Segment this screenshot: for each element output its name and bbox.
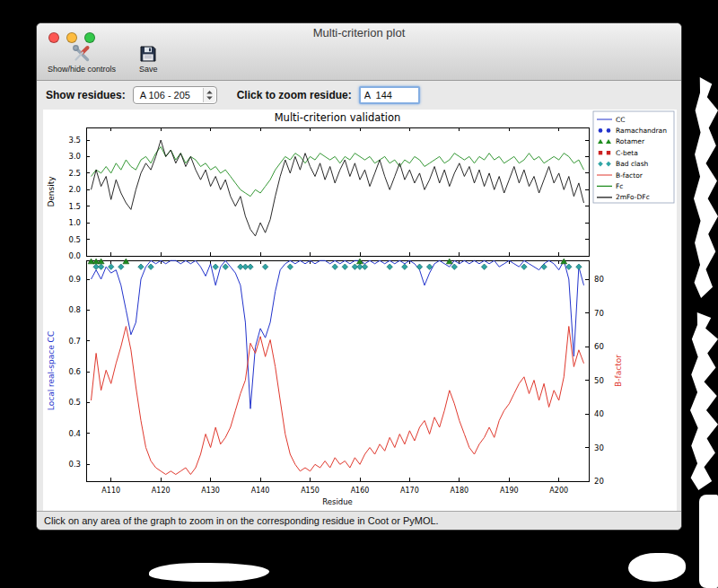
screen-background: Multi-criterion plot bbox=[0, 0, 718, 588]
svg-text:80: 80 bbox=[594, 275, 604, 284]
residue-range-value: A 106 - 205 bbox=[140, 90, 190, 101]
svg-text:A170: A170 bbox=[400, 487, 419, 495]
svg-text:CC: CC bbox=[616, 116, 625, 124]
svg-text:Residue: Residue bbox=[322, 497, 353, 506]
svg-text:30: 30 bbox=[594, 443, 604, 452]
screen-artifact bbox=[699, 495, 718, 588]
svg-text:2.0: 2.0 bbox=[68, 185, 81, 194]
svg-text:0.4: 0.4 bbox=[68, 429, 81, 438]
svg-text:A200: A200 bbox=[549, 487, 568, 495]
svg-text:0.5: 0.5 bbox=[68, 398, 81, 407]
statusbar: Click on any area of the graph to zoom i… bbox=[37, 511, 681, 530]
svg-text:1.5: 1.5 bbox=[68, 202, 81, 211]
svg-text:1.0: 1.0 bbox=[68, 218, 81, 227]
svg-text:3.5: 3.5 bbox=[68, 136, 81, 145]
save-icon bbox=[139, 43, 157, 65]
svg-text:0.5: 0.5 bbox=[68, 235, 81, 244]
tools-icon bbox=[72, 43, 92, 65]
svg-text:60: 60 bbox=[594, 342, 604, 351]
save-label: Save bbox=[139, 65, 158, 74]
svg-text:Ramachandran: Ramachandran bbox=[616, 127, 667, 135]
svg-text:2.5: 2.5 bbox=[68, 169, 81, 178]
window-title: Multi-criterion plot bbox=[313, 26, 406, 39]
zoom-residue-label: Click to zoom residue: bbox=[237, 89, 352, 101]
window-header: Multi-criterion plot bbox=[37, 23, 681, 81]
svg-text:3.0: 3.0 bbox=[68, 152, 81, 161]
window-titlebar[interactable]: Multi-criterion plot bbox=[37, 23, 681, 43]
screen-artifact bbox=[628, 553, 686, 582]
residue-range-dropdown[interactable]: A 106 - 205 bbox=[133, 86, 217, 104]
traffic-lights bbox=[48, 32, 95, 43]
svg-text:A190: A190 bbox=[500, 487, 519, 495]
svg-text:0.8: 0.8 bbox=[68, 305, 81, 314]
svg-text:B-factor: B-factor bbox=[614, 355, 623, 387]
svg-text:C-beta: C-beta bbox=[616, 149, 638, 157]
svg-text:0.9: 0.9 bbox=[68, 275, 81, 284]
svg-text:Multi-criterion validation: Multi-criterion validation bbox=[275, 111, 401, 124]
minimize-button[interactable] bbox=[66, 32, 77, 43]
svg-text:A130: A130 bbox=[201, 487, 220, 495]
zoom-residue-input[interactable] bbox=[359, 86, 420, 104]
svg-text:70: 70 bbox=[594, 309, 604, 318]
status-text: Click on any area of the graph to zoom i… bbox=[44, 515, 439, 526]
svg-text:A120: A120 bbox=[152, 487, 171, 495]
svg-text:Local real-space CC: Local real-space CC bbox=[47, 331, 56, 410]
svg-text:A140: A140 bbox=[251, 487, 270, 495]
show-hide-controls-label: Show/hide controls bbox=[48, 65, 116, 74]
svg-text:0.3: 0.3 bbox=[68, 460, 81, 469]
svg-text:A150: A150 bbox=[301, 487, 320, 495]
zoom-button[interactable] bbox=[84, 32, 95, 43]
svg-text:2mFo-DFc: 2mFo-DFc bbox=[616, 193, 650, 201]
screen-artifact bbox=[694, 77, 718, 298]
figure-svg: Multi-criterion validation0.00.51.01.52.… bbox=[43, 110, 677, 512]
screen-artifact bbox=[690, 312, 718, 490]
svg-text:0.6: 0.6 bbox=[68, 367, 81, 376]
multi-criterion-plot-window: Multi-criterion plot bbox=[36, 22, 682, 531]
svg-text:0.7: 0.7 bbox=[68, 337, 81, 346]
svg-text:20: 20 bbox=[594, 477, 604, 486]
svg-text:A180: A180 bbox=[450, 487, 468, 495]
svg-text:50: 50 bbox=[594, 376, 604, 385]
multi-criterion-validation-plot[interactable]: Multi-criterion validation0.00.51.01.52.… bbox=[43, 110, 677, 512]
close-button[interactable] bbox=[48, 32, 59, 43]
svg-text:Bad clash: Bad clash bbox=[616, 160, 649, 168]
svg-text:B-factor: B-factor bbox=[616, 171, 644, 180]
toolbar: Show/hide controls Save bbox=[48, 43, 158, 74]
show-residues-label: Show residues: bbox=[46, 89, 126, 101]
controls-row: Show residues: A 106 - 205 Click to zoom… bbox=[37, 81, 681, 110]
svg-text:Fc: Fc bbox=[616, 182, 623, 190]
svg-text:Density: Density bbox=[47, 176, 56, 207]
svg-text:40: 40 bbox=[594, 409, 604, 418]
svg-text:A110: A110 bbox=[101, 487, 120, 495]
show-hide-controls-button[interactable]: Show/hide controls bbox=[48, 43, 116, 74]
svg-text:0.0: 0.0 bbox=[68, 251, 81, 260]
svg-text:Rotamer: Rotamer bbox=[616, 137, 645, 145]
save-button[interactable]: Save bbox=[139, 43, 158, 74]
screen-artifact bbox=[149, 563, 269, 582]
dropdown-arrows-icon bbox=[203, 88, 215, 102]
svg-text:A160: A160 bbox=[351, 487, 370, 495]
